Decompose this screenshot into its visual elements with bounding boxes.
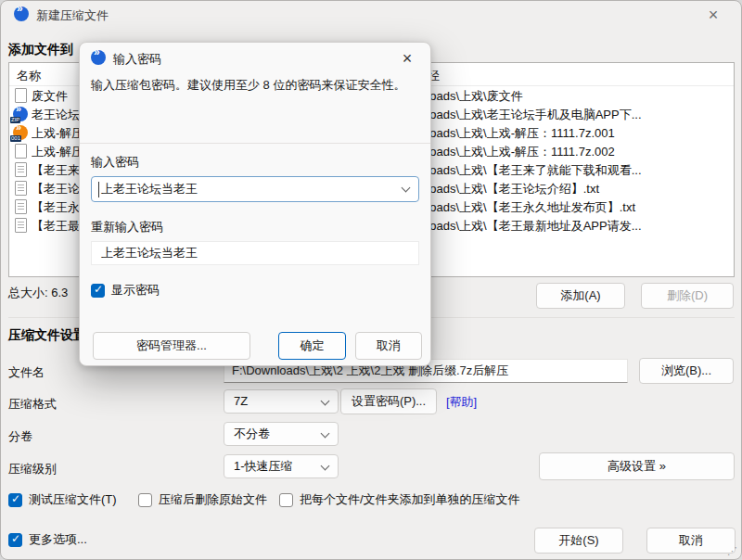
arrow-glyph-icon: » <box>16 103 21 114</box>
total-size-label: 总大小: 6.3 <box>8 285 68 301</box>
password-combobox[interactable]: 上老王论坛当老王 <box>91 176 419 202</box>
level-label: 压缩级别 <box>8 461 57 477</box>
archive-settings-header: 压缩文件设置 <box>8 327 86 344</box>
level-value: 1-快速压缩 <box>234 459 293 473</box>
more-options-label: 更多选项... <box>29 531 87 548</box>
set-password-button[interactable]: 设置密码(P)... <box>340 388 437 414</box>
txt-file-icon <box>13 218 28 233</box>
zip-file-icon: »ZIP <box>13 107 28 121</box>
add-files-label: 添加文件到 <box>8 42 73 58</box>
file-file-icon <box>13 88 28 103</box>
more-options-checkbox[interactable]: ✓ 更多选项... <box>8 531 87 548</box>
format-dropdown[interactable]: 7Z <box>224 389 339 414</box>
dialog-cancel-button[interactable]: 取消 <box>355 332 422 360</box>
chevron-down-icon <box>321 397 330 406</box>
start-button[interactable]: 开始(S) <box>534 528 623 554</box>
format-label: 压缩格式 <box>8 396 57 413</box>
password-value: 上老王论坛当老王 <box>101 182 198 196</box>
file-type-badge: ZIP <box>10 117 20 123</box>
chevron-down-icon <box>321 462 330 471</box>
checkmark-icon: ✓ <box>94 283 103 296</box>
confirm-password-label: 重新输入密码 <box>91 219 163 235</box>
enter-password-dialog: » 输入密码 × 输入压缩包密码。建议使用至少 8 位的密码来保证安全性。 输入… <box>79 42 431 366</box>
bandizip-logo-icon: » <box>91 50 106 65</box>
help-link[interactable]: [帮助] <box>446 394 477 411</box>
checkmark-icon: ✓ <box>11 492 20 505</box>
password-manager-button[interactable]: 密码管理器... <box>93 332 250 360</box>
delete-after-label: 压缩后删除原始文件 <box>159 491 267 508</box>
dialog-message: 输入压缩包密码。建议使用至少 8 位的密码来保证安全性。 <box>91 76 417 95</box>
volume-dropdown[interactable]: 不分卷 <box>224 422 339 446</box>
separate-archives-checkbox[interactable]: ✓ 把每个文件/文件夹添加到单独的压缩文件 <box>279 491 520 508</box>
confirm-password-input[interactable]: 上老王论坛当老王 <box>91 241 419 265</box>
show-password-label: 显示密码 <box>111 282 160 299</box>
format-value: 7Z <box>234 394 248 408</box>
dialog-divider <box>80 143 430 144</box>
advanced-settings-button[interactable]: 高级设置 » <box>539 452 735 480</box>
cancel-button[interactable]: 取消 <box>646 528 736 554</box>
txt-file-icon <box>13 162 28 177</box>
window-title: 新建压缩文件 <box>36 7 109 24</box>
checkmark-icon: ✓ <box>11 532 20 545</box>
chevron-down-icon <box>402 184 411 193</box>
column-header-name[interactable]: 名称 <box>17 68 41 84</box>
new-archive-window: » 新建压缩文件 × 添加文件到 名称 路径 废文件 F:\Downloads\… <box>0 0 742 560</box>
show-password-checkbox[interactable]: ✓ 显示密码 <box>91 282 160 299</box>
close-icon[interactable]: × <box>393 46 421 70</box>
dialog-title: 输入密码 <box>113 51 161 68</box>
delete-after-checkbox[interactable]: ✓ 压缩后删除原始文件 <box>138 491 267 508</box>
file-type-badge: 001 <box>10 135 21 142</box>
filename-label: 文件名 <box>8 364 45 381</box>
ok-button[interactable]: 确定 <box>278 332 346 360</box>
close-icon[interactable]: × <box>698 3 728 27</box>
file-name: 废文件 <box>32 88 68 105</box>
add-button[interactable]: 添加(A) <box>536 283 625 309</box>
text-caret <box>98 182 99 197</box>
volume-value: 不分卷 <box>234 426 270 440</box>
arrow-glyph-icon: » <box>17 2 23 15</box>
bandizip-logo-icon: » <box>14 6 29 21</box>
test-archive-checkbox[interactable]: ✓ 测试压缩文件(T) <box>8 491 117 508</box>
password-label: 输入密码 <box>91 154 139 171</box>
separate-archives-label: 把每个文件/文件夹添加到单独的压缩文件 <box>300 491 520 508</box>
txt-file-icon <box>13 199 28 214</box>
file-file-icon <box>13 144 28 159</box>
txt-file-icon <box>13 181 28 196</box>
resize-grip[interactable]: ⋰ <box>727 545 737 557</box>
level-dropdown[interactable]: 1-快速压缩 <box>224 454 339 478</box>
part-file-icon: »001 <box>13 125 28 140</box>
arrow-glyph-icon: » <box>94 45 100 58</box>
chevron-down-icon <box>321 429 330 439</box>
volume-label: 分卷 <box>8 428 32 445</box>
test-archive-label: 测试压缩文件(T) <box>29 491 117 508</box>
delete-button[interactable]: 删除(D) <box>641 283 734 309</box>
browse-button[interactable]: 浏览(B)... <box>639 358 734 384</box>
